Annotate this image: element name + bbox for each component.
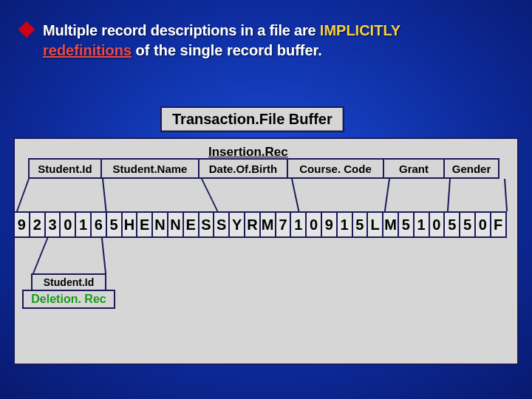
deletion-rec-heading: Deletion. Rec	[22, 290, 115, 309]
buffer-cell: M	[382, 211, 399, 238]
field-course-code: Course. Code	[287, 158, 384, 179]
field-dob: Date.Of.Birth	[198, 158, 288, 179]
buffer-cell: S	[198, 211, 215, 238]
bullet-part2: of the single record buffer.	[132, 42, 322, 58]
field-grant: Grant	[383, 158, 445, 179]
buffer-cell: R	[244, 211, 261, 238]
field-gender: Gender	[443, 158, 499, 179]
buffer-cell: E	[183, 211, 200, 238]
buffer-cell: E	[136, 211, 153, 238]
bullet-redef: redefinitions	[43, 42, 132, 58]
buffer-cell: L	[366, 211, 383, 238]
transaction-file-title: Transaction.File Buffer	[160, 106, 344, 132]
insertion-rec-heading: Insertion.Rec	[208, 145, 288, 160]
buffer-cell: 5	[106, 211, 123, 238]
buffer-cell: 5	[398, 211, 415, 238]
buffer-cell: 1	[413, 211, 430, 238]
buffer-cell: 1	[290, 211, 307, 238]
buffer-cell: 0	[305, 211, 322, 238]
buffer-cell: Y	[228, 211, 245, 238]
buffer-cell: 0	[59, 211, 76, 238]
buffer-cell: 2	[29, 211, 46, 238]
insertion-rec-fields: Student.Id Student.Name Date.Of.Birth Co…	[28, 158, 504, 179]
buffer-cell: 1	[75, 211, 92, 238]
bullet-implicitly: IMPLICITLY	[320, 22, 400, 38]
buffer-cell: 5	[459, 211, 476, 238]
buffer-cell: N	[151, 211, 168, 238]
deletion-field-student-id: Student.Id	[31, 273, 106, 291]
bullet-part1: Multiple record descriptions in a file a…	[43, 22, 320, 38]
buffer-cell: N	[167, 211, 184, 238]
buffer-cell: 3	[44, 211, 61, 238]
buffer-cell: 9	[13, 211, 30, 238]
buffer-cell: M	[259, 211, 276, 238]
buffer-cells: 9230165HENNESSYRM710915LM510550F	[13, 211, 519, 238]
buffer-cell: 5	[352, 211, 369, 238]
diamond-bullet-icon	[18, 21, 35, 38]
buffer-cell: 1	[336, 211, 353, 238]
buffer-cell: 9	[321, 211, 338, 238]
buffer-cell: 0	[474, 211, 491, 238]
buffer-cell: 5	[443, 211, 460, 238]
buffer-cell: F	[490, 211, 507, 238]
bullet-text: Multiple record descriptions in a file a…	[43, 21, 400, 61]
buffer-cell: 0	[429, 211, 446, 238]
bullet-row: Multiple record descriptions in a file a…	[0, 0, 532, 61]
buffer-cell: 6	[90, 211, 107, 238]
buffer-cell: H	[121, 211, 138, 238]
field-student-name: Student.Name	[100, 158, 200, 179]
buffer-cell: S	[213, 211, 230, 238]
buffer-cell: 7	[275, 211, 292, 238]
field-student-id: Student.Id	[28, 158, 102, 179]
